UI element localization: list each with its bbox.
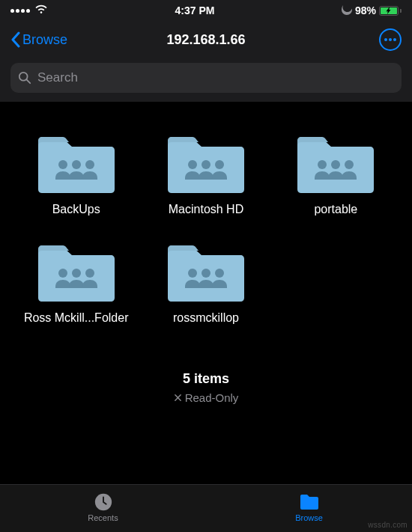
svg-point-10 — [318, 160, 327, 169]
svg-point-8 — [202, 160, 210, 169]
status-bar: 4:37 PM 98% — [0, 0, 412, 21]
battery-percentage: 98% — [355, 4, 376, 16]
folder-label: Ross Mckill...Folder — [24, 311, 129, 326]
search-container — [0, 58, 412, 102]
shared-folder-icon — [165, 240, 247, 305]
readonly-label: Read-Only — [185, 391, 239, 404]
folder-label: rossmckillop — [173, 311, 239, 326]
shared-folder-icon — [165, 132, 247, 196]
readonly-status: Read-Only — [0, 391, 412, 404]
item-count: 5 items — [0, 371, 412, 387]
folder-item[interactable]: BackUps — [15, 132, 137, 218]
svg-point-12 — [345, 160, 354, 169]
wifi-icon — [34, 4, 48, 17]
back-button[interactable]: Browse — [10, 31, 67, 48]
folder-item[interactable]: portable — [275, 132, 397, 218]
status-right: 98% — [342, 4, 402, 17]
svg-point-17 — [202, 269, 210, 278]
svg-point-5 — [72, 160, 81, 169]
search-icon — [18, 71, 31, 85]
folder-grid: BackUps Macintosh HD portable Ross Mckil… — [0, 102, 412, 334]
folder-summary: 5 items Read-Only — [0, 371, 412, 404]
folder-label: Macintosh HD — [169, 202, 243, 218]
search-field[interactable] — [10, 63, 402, 93]
nav-bar: Browse 192.168.1.66 — [0, 21, 412, 58]
svg-point-1 — [389, 38, 392, 41]
folder-item[interactable]: rossmckillop — [145, 240, 267, 326]
folder-item[interactable]: Macintosh HD — [145, 132, 267, 218]
dnd-moon-icon — [342, 4, 352, 17]
svg-point-11 — [331, 160, 340, 169]
status-left — [10, 4, 48, 17]
search-input[interactable] — [37, 70, 394, 85]
svg-point-15 — [85, 269, 94, 278]
ellipsis-icon — [384, 38, 396, 41]
svg-point-16 — [188, 269, 197, 278]
svg-point-2 — [393, 38, 396, 41]
folder-item[interactable]: Ross Mckill...Folder — [15, 240, 137, 326]
svg-point-9 — [215, 160, 224, 169]
back-label: Browse — [22, 32, 67, 48]
tab-label: Recents — [88, 513, 118, 522]
tab-recents[interactable]: Recents — [0, 485, 206, 532]
status-time: 4:37 PM — [175, 4, 215, 16]
page-title: 192.168.1.66 — [166, 32, 245, 48]
svg-point-4 — [58, 160, 67, 169]
svg-point-13 — [58, 269, 67, 278]
shared-folder-icon — [35, 132, 118, 196]
svg-point-14 — [72, 269, 81, 278]
watermark: wssdn.com — [368, 521, 408, 529]
tab-label: Browse — [295, 513, 323, 522]
svg-point-0 — [384, 38, 387, 41]
x-icon — [174, 394, 182, 402]
svg-point-6 — [85, 160, 94, 169]
folder-label: portable — [314, 202, 357, 218]
folder-label: BackUps — [52, 202, 100, 218]
shared-folder-icon — [35, 240, 118, 305]
more-options-button[interactable] — [379, 28, 402, 51]
clock-icon — [93, 492, 114, 512]
svg-point-7 — [188, 160, 197, 169]
folder-icon — [299, 492, 320, 512]
svg-point-3 — [19, 73, 28, 81]
battery-icon — [379, 6, 402, 16]
tab-bar: Recents Browse — [0, 484, 412, 532]
signal-indicator-icon — [10, 9, 30, 13]
svg-point-18 — [215, 269, 224, 278]
chevron-left-icon — [10, 31, 21, 48]
shared-folder-icon — [294, 132, 377, 196]
